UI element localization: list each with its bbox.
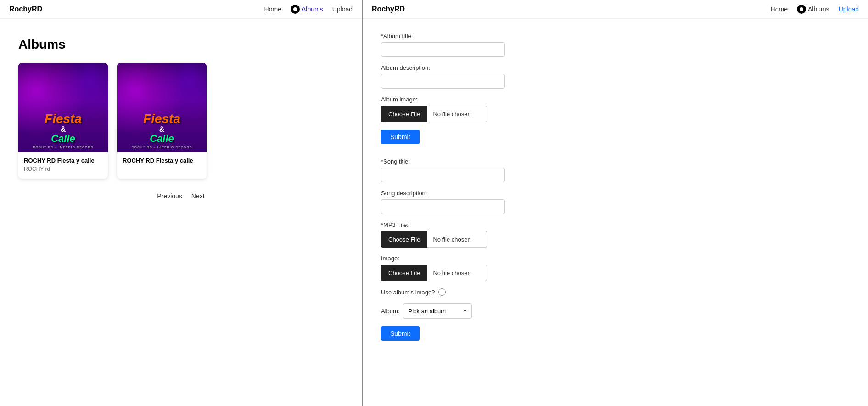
amp-text: & bbox=[61, 125, 66, 133]
cover-subtitle: ROCHY RD × IMPERIO RECORD bbox=[131, 146, 192, 149]
album-cover: Fiesta & Calle ROCHY RD × IMPERIO RECORD bbox=[117, 63, 207, 152]
song-title-label: *Song title: bbox=[381, 158, 850, 165]
song-description-group: Song description: bbox=[381, 190, 850, 214]
album-card[interactable]: Fiesta & Calle ROCHY RD × IMPERIO RECORD… bbox=[117, 63, 207, 179]
album-title-group: *Album title: bbox=[381, 33, 850, 57]
album-choose-file-button[interactable]: Choose File bbox=[381, 106, 427, 122]
right-brand: RochyRD bbox=[372, 5, 405, 13]
album-description-group: Album description: bbox=[381, 64, 850, 89]
right-navbar: RochyRD Home Albums Upload bbox=[363, 0, 868, 19]
song-description-label: Song description: bbox=[381, 190, 850, 197]
left-nav-links: Home Albums Upload bbox=[264, 5, 353, 14]
album-cover-content: Fiesta & Calle ROCHY RD × IMPERIO RECORD bbox=[18, 63, 108, 152]
fiesta-text: Fiesta bbox=[131, 113, 192, 125]
album-select-wrapper: Album: Pick an album bbox=[381, 303, 850, 319]
album-card-artist: ROCHY rd bbox=[24, 166, 102, 172]
album-title-label: *Album title: bbox=[381, 33, 850, 39]
album-card-title: ROCHY RD Fiesta y calle bbox=[123, 157, 201, 164]
album-cover-text: Fiesta & Calle ROCHY RD × IMPERIO RECORD bbox=[33, 113, 93, 149]
album-title-input[interactable] bbox=[381, 42, 505, 57]
song-image-group: Image: Choose File No file chosen bbox=[381, 255, 850, 281]
use-album-image-label: Use album's image? bbox=[381, 289, 435, 296]
album-cover-text: Fiesta & Calle ROCHY RD × IMPERIO RECORD bbox=[131, 113, 192, 149]
album-card-info: ROCHY RD Fiesta y calle ROCHY rd bbox=[18, 152, 108, 179]
left-nav-albums[interactable]: Albums bbox=[291, 5, 323, 14]
amp-text: & bbox=[159, 125, 165, 133]
album-description-input[interactable] bbox=[381, 74, 505, 89]
song-use-album-image-group: Use album's image? bbox=[381, 288, 850, 296]
song-image-choose-file-button[interactable]: Choose File bbox=[381, 265, 427, 281]
right-nav-home[interactable]: Home bbox=[771, 6, 788, 13]
pagination: Previous Next bbox=[18, 192, 343, 200]
left-brand: RochyRD bbox=[9, 5, 42, 13]
album-form-section: *Album title: Album description: Album i… bbox=[381, 33, 850, 144]
album-no-file-label: No file chosen bbox=[427, 106, 487, 122]
pagination-next[interactable]: Next bbox=[191, 192, 205, 200]
album-image-group: Album image: Choose File No file chosen bbox=[381, 96, 850, 122]
song-description-input[interactable] bbox=[381, 199, 505, 214]
album-file-input-wrapper: Choose File No file chosen bbox=[381, 106, 850, 122]
song-album-group: Album: Pick an album bbox=[381, 303, 850, 319]
song-form-section: *Song title: Song description: *MP3 File… bbox=[381, 158, 850, 341]
song-submit-group: Submit bbox=[381, 326, 850, 341]
album-image-label: Album image: bbox=[381, 96, 850, 103]
left-nav-home[interactable]: Home bbox=[264, 6, 281, 13]
fiesta-text: Fiesta bbox=[33, 113, 93, 125]
song-mp3-choose-file-button[interactable]: Choose File bbox=[381, 231, 427, 248]
pagination-previous[interactable]: Previous bbox=[157, 192, 182, 200]
right-nav-albums[interactable]: Albums bbox=[797, 5, 829, 14]
album-cover: Fiesta & Calle ROCHY RD × IMPERIO RECORD bbox=[18, 63, 108, 152]
song-album-label: Album: bbox=[381, 308, 399, 315]
left-navbar: RochyRD Home Albums Upload bbox=[0, 0, 362, 19]
left-panel: RochyRD Home Albums Upload Albums Fiesta bbox=[0, 0, 363, 406]
use-album-image-checkbox[interactable] bbox=[438, 288, 446, 296]
use-album-image-row: Use album's image? bbox=[381, 288, 850, 296]
song-title-input[interactable] bbox=[381, 168, 505, 182]
song-image-file-wrapper: Choose File No file chosen bbox=[381, 265, 850, 281]
album-submit-button[interactable]: Submit bbox=[381, 130, 420, 144]
album-card-image: Fiesta & Calle ROCHY RD × IMPERIO RECORD bbox=[117, 63, 207, 152]
song-mp3-file-wrapper: Choose File No file chosen bbox=[381, 231, 850, 248]
album-icon bbox=[797, 5, 806, 14]
album-description-label: Album description: bbox=[381, 64, 850, 71]
album-card[interactable]: Fiesta & Calle ROCHY RD × IMPERIO RECORD… bbox=[18, 63, 108, 179]
song-mp3-group: *MP3 File: Choose File No file chosen bbox=[381, 221, 850, 248]
song-title-group: *Song title: bbox=[381, 158, 850, 182]
song-mp3-no-file-label: No file chosen bbox=[427, 231, 487, 248]
left-nav-upload[interactable]: Upload bbox=[332, 6, 353, 13]
album-submit-group: Submit bbox=[381, 130, 850, 144]
calle-text: Calle bbox=[33, 134, 93, 144]
calle-text: Calle bbox=[131, 134, 192, 144]
album-card-info: ROCHY RD Fiesta y calle bbox=[117, 152, 207, 172]
right-nav-upload[interactable]: Upload bbox=[839, 6, 859, 13]
album-card-title: ROCHY RD Fiesta y calle bbox=[24, 157, 102, 164]
right-nav-links: Home Albums Upload bbox=[771, 5, 859, 14]
album-cover-content: Fiesta & Calle ROCHY RD × IMPERIO RECORD bbox=[117, 63, 207, 152]
right-panel: RochyRD Home Albums Upload *Album title:… bbox=[363, 0, 868, 406]
cover-subtitle: ROCHY RD × IMPERIO RECORD bbox=[33, 146, 93, 149]
album-select[interactable]: Pick an album bbox=[403, 303, 472, 319]
song-image-no-file-label: No file chosen bbox=[427, 265, 487, 281]
page-title: Albums bbox=[18, 37, 343, 52]
album-card-image: Fiesta & Calle ROCHY RD × IMPERIO RECORD bbox=[18, 63, 108, 152]
song-image-label: Image: bbox=[381, 255, 850, 262]
song-submit-button[interactable]: Submit bbox=[381, 326, 420, 341]
left-content: Albums Fiesta & Calle ROCHY RD × IMPERIO… bbox=[0, 19, 362, 218]
albums-grid: Fiesta & Calle ROCHY RD × IMPERIO RECORD… bbox=[18, 63, 343, 179]
right-content: *Album title: Album description: Album i… bbox=[363, 19, 868, 368]
album-icon bbox=[291, 5, 300, 14]
song-mp3-label: *MP3 File: bbox=[381, 221, 850, 228]
